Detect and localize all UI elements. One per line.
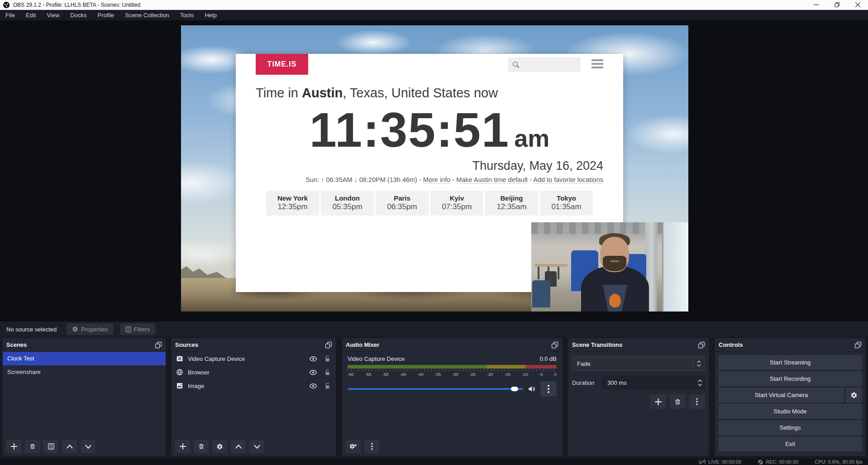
menu-view[interactable]: View [41, 10, 65, 20]
add-scene-button[interactable] [6, 440, 21, 453]
source-row-browser[interactable]: Browser [172, 365, 336, 379]
gear-icon [72, 326, 78, 332]
site-date: Thursday, May 16, 2024 [256, 159, 603, 173]
source-row-image[interactable]: Image [172, 379, 336, 393]
unlock-icon[interactable] [324, 369, 330, 376]
restore-button[interactable] [826, 0, 847, 10]
scene-transitions-dock: Scene Transitions Fade Duration 300 ms [568, 338, 709, 456]
city-card: London05:35pm [321, 191, 374, 216]
volume-slider[interactable] [348, 388, 523, 390]
double-gear-icon [349, 443, 357, 450]
eye-icon[interactable] [309, 356, 317, 362]
properties-button[interactable]: Properties [67, 323, 113, 335]
eye-icon[interactable] [309, 383, 317, 389]
filter-icon [125, 326, 131, 332]
kebab-menu-icon [548, 385, 549, 393]
move-scene-down-button[interactable] [81, 440, 95, 453]
move-scene-up-button[interactable] [62, 440, 77, 453]
hamburger-menu-icon [591, 59, 603, 68]
source-status-text: No source selected [6, 326, 57, 333]
camera-icon [176, 355, 183, 362]
plus-icon [180, 443, 186, 450]
remove-scene-button[interactable] [25, 440, 40, 453]
sources-dock-header: Sources [172, 338, 336, 352]
menu-help[interactable]: Help [199, 10, 222, 20]
popout-icon[interactable] [551, 341, 558, 349]
transition-selected-value: Fade [572, 360, 591, 367]
popout-icon[interactable] [325, 341, 332, 349]
scene-item-screenshare[interactable]: Screenshare [3, 365, 166, 379]
volume-slider-handle[interactable] [511, 387, 518, 391]
start-recording-button[interactable]: Start Recording [718, 371, 862, 386]
close-button[interactable] [847, 0, 868, 10]
menu-profile[interactable]: Profile [92, 10, 119, 20]
eye-icon[interactable] [309, 369, 317, 375]
virtual-camera-settings-button[interactable] [846, 388, 862, 403]
settings-button[interactable]: Settings [718, 420, 862, 435]
transition-properties-button[interactable] [689, 394, 705, 409]
kebab-menu-icon [371, 443, 373, 450]
title-bar: OBS 29.1.2 - Profile: LLHLS BETA - Scene… [0, 0, 868, 10]
scene-item-clock-test[interactable]: Clock Test [3, 352, 166, 365]
filters-button[interactable]: Filters [120, 323, 155, 335]
plus-icon [655, 398, 662, 405]
kebab-menu-icon [696, 398, 698, 405]
search-icon [512, 61, 520, 69]
start-streaming-button[interactable]: Start Streaming [718, 355, 862, 370]
clock-display: 11:35:51am [256, 101, 603, 158]
mixer-channel-menu-button[interactable] [540, 381, 557, 397]
start-virtual-camera-button[interactable]: Start Virtual Camera [718, 388, 844, 403]
remove-transition-button[interactable] [669, 394, 686, 409]
remove-source-button[interactable] [194, 440, 209, 453]
duration-spinbox[interactable]: 300 ms [602, 375, 705, 390]
add-transition-button[interactable] [650, 394, 666, 409]
menu-file[interactable]: File [0, 10, 20, 20]
minimize-button[interactable] [806, 0, 826, 10]
advanced-audio-button[interactable] [346, 440, 361, 453]
filter-icon [48, 443, 54, 450]
city-card: Beijing12:35am [485, 191, 538, 216]
webcam-shirt-logo [609, 294, 621, 307]
source-row-video-capture-device[interactable]: Video Capture Device [172, 352, 336, 365]
trash-icon [29, 443, 36, 450]
add-source-button[interactable] [175, 440, 190, 453]
source-properties-button[interactable] [212, 440, 227, 453]
mixer-menu-button[interactable] [364, 440, 379, 453]
site-search-box [508, 57, 581, 72]
preview-canvas[interactable]: TIME.IS Time in Austin, Texas, United St… [181, 25, 688, 312]
window-controls [806, 0, 868, 10]
move-source-up-button[interactable] [231, 440, 246, 453]
chevron-up-icon [67, 445, 73, 449]
scenes-dock: Scenes Clock Test Screenshare [2, 338, 166, 456]
chevron-down-icon [85, 445, 91, 449]
chevron-down-icon [254, 445, 260, 449]
webcam-blue-chair [532, 280, 550, 307]
popout-icon[interactable] [854, 341, 862, 349]
unlock-icon[interactable] [324, 355, 330, 362]
transition-select[interactable]: Fade [572, 356, 705, 371]
window-title: OBS 29.1.2 - Profile: LLHLS BETA - Scene… [13, 2, 140, 8]
sun-info-line: Sun: ↑ 06:35AM ↓ 08:20PM (13h 46m) - Mor… [256, 176, 603, 183]
sources-toolbar [175, 440, 264, 453]
mixer-toolbar [346, 440, 379, 453]
meter-tick-ruler [348, 369, 557, 371]
speaker-icon[interactable] [528, 385, 536, 393]
menu-tools[interactable]: Tools [175, 10, 199, 20]
exit-button[interactable]: Exit [718, 436, 862, 451]
transition-select-arrows[interactable] [693, 357, 705, 370]
duration-spin-arrows[interactable] [698, 375, 702, 390]
cpu-fps-status: CPU: 0.6%, 30.00 fps [815, 459, 863, 465]
webcam-person-beard [603, 256, 626, 271]
webcam-source-overlay[interactable] [531, 222, 688, 312]
move-source-down-button[interactable] [249, 440, 264, 453]
webcam-window [662, 222, 688, 312]
menu-docks[interactable]: Docks [65, 10, 92, 20]
scene-filters-button[interactable] [43, 440, 58, 453]
unlock-icon[interactable] [324, 383, 330, 389]
docks-area: Scenes Clock Test Screenshare [0, 337, 868, 459]
menu-edit[interactable]: Edit [20, 10, 41, 20]
studio-mode-button[interactable]: Studio Mode [718, 404, 862, 419]
popout-icon[interactable] [698, 341, 705, 349]
popout-icon[interactable] [155, 341, 162, 349]
menu-scene-collection[interactable]: Scene Collection [119, 10, 175, 20]
